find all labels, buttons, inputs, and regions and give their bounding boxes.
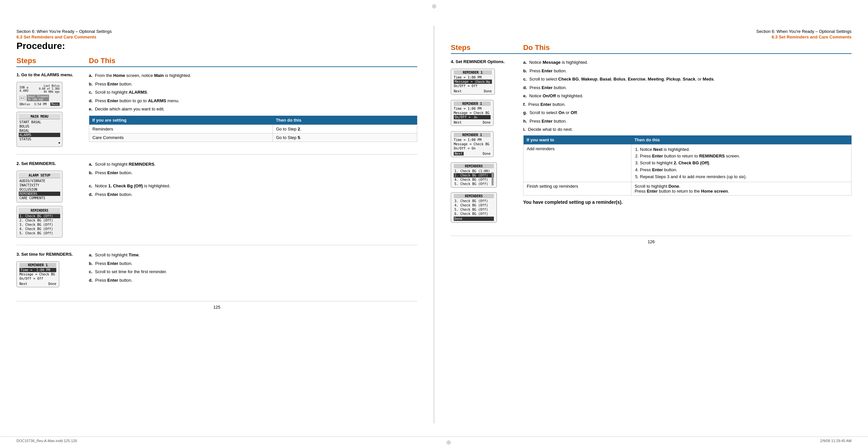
step-2c: c. Notice 1. Check Bg (Off) is highlight… bbox=[89, 183, 417, 189]
big-table-col1-header: If you want to bbox=[524, 135, 631, 145]
steps-col-header-left: Steps bbox=[17, 57, 89, 65]
big-table-col2-header: Then do this bbox=[631, 135, 851, 145]
step-1-table: If you are setting Then do this Reminder… bbox=[89, 116, 417, 142]
step-4d: d. Press Enter button. bbox=[523, 84, 851, 91]
procedure-title: Procedure: bbox=[17, 41, 417, 51]
reminder-1-onoff-screen: REMINDER 1 Time = 1:00 PM Message = Chec… bbox=[451, 100, 494, 126]
reminders-list-device: REMINDERS 1. Check BG (Off) 2. Check BG … bbox=[17, 206, 63, 238]
step-3a: a. Scroll to highlight Time. bbox=[89, 252, 417, 259]
step-4b: b. Press Enter button. bbox=[523, 68, 851, 74]
step-4c: c. Scroll to select Check BG, Wakeup, Ba… bbox=[523, 76, 851, 82]
step-3-right: a. Scroll to highlight Time. b. Press En… bbox=[89, 252, 417, 289]
right-section-header-area: Section 6: When You're Ready – Optional … bbox=[451, 29, 851, 39]
right-section-orange: 6.3 Set Reminders and Care Comments bbox=[451, 35, 851, 39]
dothis-col-header-left: Do This bbox=[89, 57, 417, 65]
step-4-title: 4. Set REMINDER Options. bbox=[451, 59, 517, 64]
step-2a: a. Scroll to highlight REMINDERS. bbox=[89, 161, 417, 168]
step-4-right: a. Notice Message is highlighted. b. Pre… bbox=[523, 59, 851, 224]
step-3d: d. Press Enter button. bbox=[89, 277, 417, 284]
table-row: Care Comments Go to Step 5. bbox=[89, 133, 417, 142]
table-row: Reminders Go to Step 2. bbox=[89, 125, 417, 133]
step-1-left: 1. Go to the ALARMS menu. IOB ≥4.48U Las… bbox=[17, 72, 89, 149]
step-3b: b. Press Enter button. bbox=[89, 260, 417, 267]
step-1e: e. Decide which alarm you want to edit. bbox=[89, 106, 417, 112]
step-4-table: If you want to Then do this Add reminder… bbox=[523, 135, 851, 196]
step-2-left: 2. Set REMINDERS. ALARM SETUP AUDIO/VIBR… bbox=[17, 161, 89, 240]
step-2-title: 2. Set REMINDERS. bbox=[17, 161, 82, 166]
alarm-setup-device: ALARM SETUP AUDIO/VIBRATE INACTIVITY OCC… bbox=[17, 171, 63, 203]
step-2-block: 2. Set REMINDERS. ALARM SETUP AUDIO/VIBR… bbox=[17, 161, 417, 245]
step-3-block: 3. Set time for REMINDERS. REMINDER 1 Ti… bbox=[17, 252, 417, 295]
step-4g: g. Scroll to select On or Off. bbox=[523, 109, 851, 116]
bottom-crosshair: ⊕ bbox=[446, 439, 451, 446]
step-4a: a. Notice Message is highlighted. bbox=[523, 59, 851, 66]
step-4h: h. Press Enter button. bbox=[523, 118, 851, 125]
step-1d: d. Press Enter button to go to ALARMS me… bbox=[89, 98, 417, 104]
left-section-small: Section 6: When You're Ready – Optional … bbox=[17, 29, 417, 34]
dothis-col-header-right: Do This bbox=[523, 43, 851, 52]
step-1-title: 1. Go to the ALARMS menu. bbox=[17, 72, 82, 77]
step-1-right: a. From the Home screen, notice Main is … bbox=[89, 72, 417, 149]
reminders-list-done-screen: REMINDERS 3. Check BG (Off) 4. Check BG … bbox=[451, 192, 497, 222]
reminder-1-on-screen: REMINDER 1 Time = 1:00 PM Message = Chec… bbox=[451, 131, 494, 157]
left-section-orange: 6.3 Set Reminders and Care Comments bbox=[17, 35, 417, 39]
left-page: Section 6: When You're Ready – Optional … bbox=[0, 19, 434, 430]
step-3c: c. Scroll to set time for the first remi… bbox=[89, 269, 417, 275]
right-section-small: Section 6: When You're Ready – Optional … bbox=[451, 29, 851, 34]
step-1a: a. From the Home screen, notice Main is … bbox=[89, 72, 417, 79]
home-screen-device: IOB ≥4.48U Last Bolus0.60 of 1.30U4h 08m… bbox=[17, 82, 63, 108]
main-menu-device: MAIN MENU START BASAL BOLUS BASAL ALARMS… bbox=[17, 112, 63, 147]
footer-left: DOC15736_Rev-A-Man.indd 125-126 bbox=[17, 439, 77, 446]
table-col2-header: Then do this bbox=[273, 116, 417, 125]
right-steps-header-row: Steps Do This bbox=[451, 43, 851, 54]
completion-text: You have completed setting up a reminder… bbox=[523, 200, 851, 205]
step-3-left: 3. Set time for REMINDERS. REMINDER 1 Ti… bbox=[17, 252, 89, 289]
step-1-block: 1. Go to the ALARMS menu. IOB ≥4.48U Las… bbox=[17, 72, 417, 154]
right-page-number: 126 bbox=[451, 236, 851, 247]
step-2b: b. Press Enter button. bbox=[89, 170, 417, 176]
step-3-title: 3. Set time for REMINDERS. bbox=[17, 252, 82, 257]
reminder-1-msg-screen: REMINDER 1 Time = 1:00 PM Message = Chec… bbox=[451, 69, 495, 95]
step-4i: i. Decide what to do next. bbox=[523, 126, 851, 133]
reminder-1-screen-step3: REMINDER 1 Time = 1:00 PM Message = Chec… bbox=[17, 261, 59, 287]
step-2-right: a. Scroll to highlight REMINDERS. b. Pre… bbox=[89, 161, 417, 240]
steps-col-header-right: Steps bbox=[451, 43, 523, 52]
step-2d: d. Press Enter button. bbox=[89, 191, 417, 198]
step-4f: f. Press Enter button. bbox=[523, 101, 851, 108]
reminders-list-2-screen: REMINDERS 1. Check BG (1:00) 2. Check BG… bbox=[451, 162, 497, 188]
steps-header-row: Steps Do This bbox=[17, 57, 417, 67]
table-col1-header: If you are setting bbox=[89, 116, 273, 125]
top-crosshair: ⊕ bbox=[0, 0, 868, 12]
step-1c: c. Scroll to highlight ALARMS. bbox=[89, 89, 417, 96]
footer-right: 2/9/09 11:29:45 AM bbox=[820, 439, 851, 446]
step-4e: e. Notice On/Off is highlighted. bbox=[523, 93, 851, 99]
table-row: Add reminders Notice Next is highlighted… bbox=[524, 144, 851, 182]
step-4-left: 4. Set REMINDER Options. REMINDER 1 Time… bbox=[451, 59, 523, 224]
table-row: Finish setting up reminders Scroll to hi… bbox=[524, 182, 851, 196]
right-page: Section 6: When You're Ready – Optional … bbox=[434, 19, 868, 430]
step-4-block: 4. Set REMINDER Options. REMINDER 1 Time… bbox=[451, 59, 851, 229]
step-1b: b. Press Enter button. bbox=[89, 81, 417, 88]
left-page-number: 125 bbox=[17, 301, 417, 313]
footer: DOC15736_Rev-A-Man.indd 125-126 ⊕ 2/9/09… bbox=[0, 437, 868, 448]
add-reminders-steps: Notice Next is highlighted. Press Enter … bbox=[635, 146, 848, 180]
